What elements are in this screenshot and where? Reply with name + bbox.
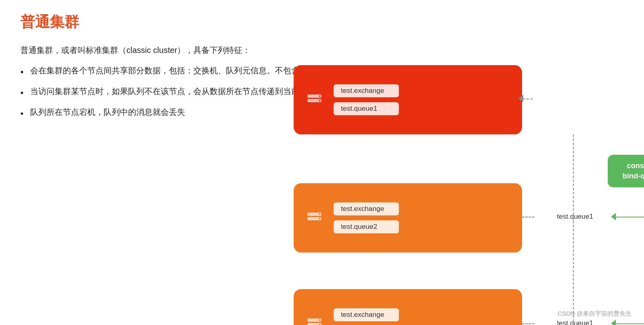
- node-orange-1: test.exchange test.queue2: [294, 183, 522, 253]
- bullet-dot-1: •: [20, 65, 24, 79]
- node-red-labels: test.exchange test.queue1: [334, 84, 399, 115]
- arrow-consumer-h2: [611, 320, 616, 325]
- arrow-into-queue1: [518, 95, 523, 102]
- svg-point-6: [319, 213, 321, 215]
- svg-point-2: [319, 95, 321, 97]
- node-orange1-icon: [303, 207, 325, 229]
- node-orange1-labels: test.exchange test.queue2: [334, 202, 399, 233]
- svg-point-7: [319, 218, 321, 220]
- node-red: test.exchange test.queue1: [294, 65, 522, 134]
- dashed-h3: [522, 323, 534, 324]
- consumer-box: consumerbind-queue1: [608, 155, 644, 187]
- node-orange-2: test.exchange test.queue3: [294, 289, 522, 325]
- consumer-h2: [616, 323, 644, 324]
- page-title: 普通集群: [20, 12, 624, 32]
- svg-point-3: [319, 100, 321, 101]
- watermark: CSDN @来自宇宙的曹先生: [558, 310, 632, 318]
- diagram-area: test.exchange test.queue1 test.exchange …: [257, 65, 632, 318]
- consumer-h1: [616, 217, 644, 217]
- node-orange1-queue: test.queue2: [334, 220, 399, 233]
- arrow-consumer-down: [640, 171, 644, 176]
- arrow-consumer-h1: [611, 213, 616, 220]
- bullet-dot-3: •: [20, 106, 24, 121]
- node-red-exchange: test.exchange: [334, 84, 399, 97]
- node-orange1-exchange: test.exchange: [334, 202, 399, 215]
- node-red-icon: [303, 89, 325, 111]
- node-orange2-labels: test.exchange test.queue3: [334, 308, 399, 325]
- dashed-h1: [522, 99, 533, 99]
- node-orange2-icon: [303, 313, 325, 325]
- page-container: 普通集群 普通集群，或者叫标准集群（classic cluster），具备下列特…: [0, 0, 644, 325]
- dashed-h2: [522, 217, 534, 217]
- node-red-queue: test.queue1: [334, 102, 399, 115]
- description: 普通集群，或者叫标准集群（classic cluster），具备下列特征：: [20, 44, 624, 57]
- ext-queue-node2: test.queue1: [534, 208, 616, 226]
- dashed-line-vertical: [573, 134, 574, 322]
- node-orange2-exchange: test.exchange: [334, 308, 399, 321]
- bullet-dot-2: •: [20, 86, 24, 100]
- svg-point-10: [319, 319, 321, 321]
